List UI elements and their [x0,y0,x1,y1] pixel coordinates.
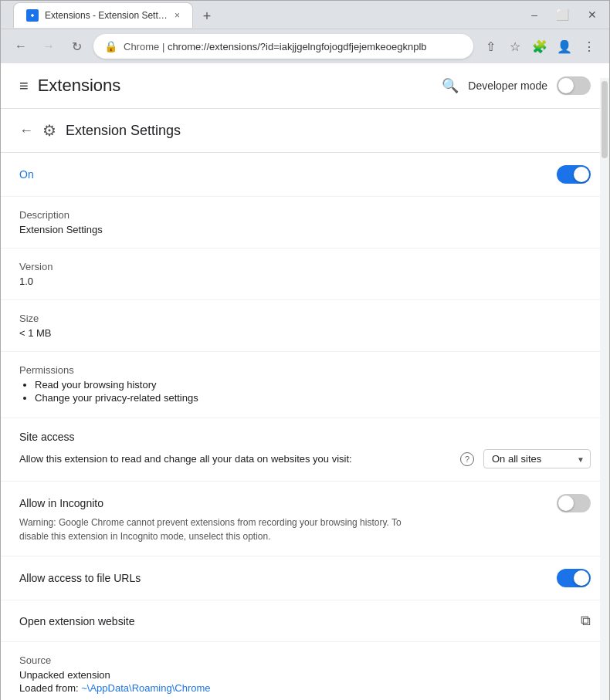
detail-back-btn[interactable]: ← [19,123,33,139]
window-controls: – ⬜ ✕ [525,7,603,22]
active-tab[interactable]: Extensions - Extension Settings × [13,2,193,28]
website-row[interactable]: Open extension website ⧉ [1,600,609,642]
tab-icon [26,9,39,22]
address-input[interactable]: 🔒 Chrome | chrome://extensions/?id=iakjj… [93,34,473,59]
tab-close-btn[interactable]: × [175,10,180,21]
tab-bar: Extensions - Extension Settings × + [7,2,218,28]
developer-mode-toggle[interactable] [557,76,591,95]
hamburger-menu[interactable]: ≡ [19,77,29,95]
toggle-knob [558,78,574,93]
site-access-dropdown-wrapper: On all sites On specific sites Ask on ev… [483,449,591,468]
address-chrome-label: Chrome | chrome://extensions/?id=iakjjge… [124,41,427,52]
page-content: ≡ Extensions 🔍 Developer mode ← ⚙ Extens… [1,63,609,700]
header-left: ≡ Extensions [19,76,120,96]
scrollbar[interactable] [600,78,609,700]
size-value: < 1 MB [19,327,591,339]
site-access-text: Allow this extension to read and change … [19,453,451,465]
search-button[interactable]: 🔍 [442,77,459,94]
on-label: On [19,168,34,181]
site-access-dropdown[interactable]: On all sites On specific sites Ask on ev… [483,449,591,468]
scrollbar-thumb[interactable] [602,81,608,158]
close-btn[interactable]: ✕ [581,7,603,22]
description-row: Description Extension Settings [1,197,609,249]
source-loaded: Loaded from: ~\AppData\Roaming\Chrome [19,681,591,695]
detail-title: Extension Settings [66,123,181,139]
description-value: Extension Settings [19,224,591,235]
file-url-toggle-knob [574,570,589,586]
reload-btn[interactable]: ↻ [66,36,87,57]
site-access-title: Site access [19,431,591,443]
source-value: Unpacked extension [19,669,591,681]
menu-icon[interactable]: ⋮ [578,36,600,57]
extension-detail: ← ⚙ Extension Settings On Description Ex… [1,109,609,700]
enabled-toggle[interactable] [557,165,591,184]
detail-header: ← ⚙ Extension Settings [1,109,609,153]
permission-item-1: Read your browsing history [35,379,591,391]
incognito-warning: Warning: Google Chrome cannot prevent ex… [19,516,405,543]
file-url-toggle[interactable] [557,569,591,587]
incognito-row: Allow in Incognito Warning: Google Chrom… [1,482,609,556]
incognito-toggle-knob [558,495,574,511]
extensions-header: ≡ Extensions 🔍 Developer mode [1,63,609,109]
file-url-row: Allow access to file URLs [1,556,609,600]
size-label: Size [19,313,591,324]
incognito-top: Allow in Incognito [19,494,591,512]
site-access-control: Allow this extension to read and change … [19,449,591,468]
address-bar: ← → ↻ 🔒 Chrome | chrome://extensions/?id… [1,29,609,63]
back-btn[interactable]: ← [10,36,32,57]
extensions-title: Extensions [38,76,121,96]
developer-mode-label: Developer mode [468,79,547,92]
version-row: Version 1.0 [1,249,609,300]
version-label: Version [19,261,591,272]
tab-title: Extensions - Extension Settings [45,10,168,21]
detail-body: On Description Extension Settings Versio… [1,153,609,700]
description-label: Description [19,209,591,221]
source-label: Source [19,654,591,666]
external-link-icon: ⧉ [581,613,591,629]
enabled-row: On [1,153,609,197]
settings-icon: ⚙ [42,121,56,140]
file-url-label: Allow access to file URLs [19,572,141,584]
help-icon[interactable]: ? [460,452,474,466]
forward-btn[interactable]: → [38,36,59,57]
title-bar: Extensions - Extension Settings × + – ⬜ … [1,1,609,29]
enabled-toggle-knob [574,167,589,182]
source-loaded-prefix: Loaded from: [19,682,81,694]
secure-icon: 🔒 [104,40,117,52]
permission-item-2: Change your privacy-related settings [35,392,591,404]
header-right: 🔍 Developer mode [442,76,591,95]
site-access-row: Site access Allow this extension to read… [1,418,609,482]
extensions-icon[interactable]: 🧩 [529,36,551,57]
minimize-btn[interactable]: – [525,7,544,22]
permissions-label: Permissions [19,364,591,376]
toolbar-icons: ⇧ ☆ 🧩 👤 ⋮ [480,36,600,57]
address-url-text: chrome://extensions/?id=iakjjgelngfojogd… [168,41,427,52]
bookmark-icon[interactable]: ☆ [504,36,526,57]
website-label: Open extension website [19,615,134,627]
new-tab-btn[interactable]: + [196,6,218,28]
size-row: Size < 1 MB [1,300,609,352]
source-row: Source Unpacked extension Loaded from: ~… [1,642,609,700]
profile-icon[interactable]: 👤 [554,36,575,57]
version-value: 1.0 [19,276,591,287]
permissions-row: Permissions Read your browsing history C… [1,352,609,418]
incognito-toggle[interactable] [557,494,591,512]
incognito-title: Allow in Incognito [19,497,103,509]
source-link[interactable]: ~\AppData\Roaming\Chrome [81,682,210,694]
share-icon[interactable]: ⇧ [480,36,501,57]
permissions-list: Read your browsing history Change your p… [19,379,591,404]
restore-btn[interactable]: ⬜ [550,7,575,22]
